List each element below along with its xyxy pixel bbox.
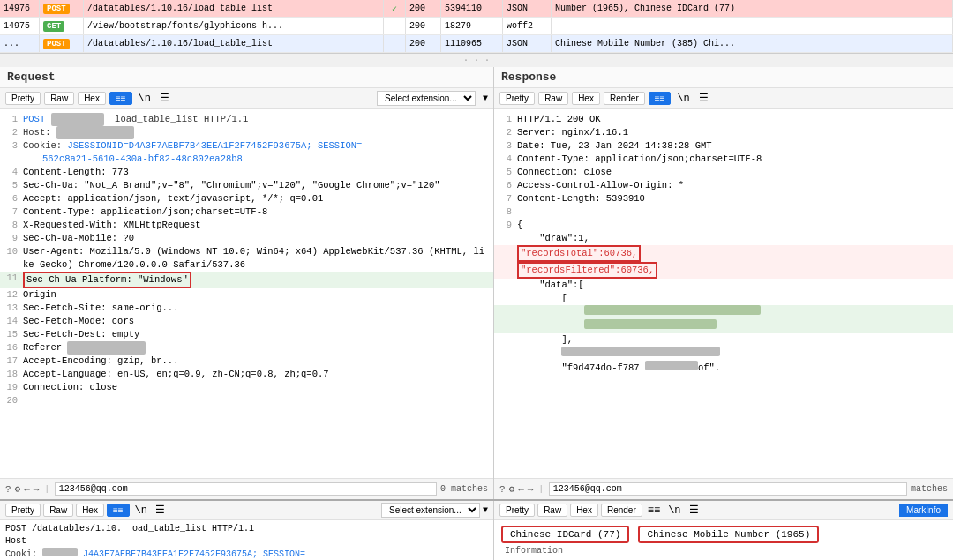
network-table: 14976 POST /datatables/1.10.16/load_tabl… [0, 0, 953, 54]
request-panel: Request Pretty Raw Hex ≡≡ \n ☰ Select ex… [0, 67, 494, 499]
row-method: POST [40, 35, 84, 52]
code-line: 5 Sec-Ch-Ua: "Not_A Brand";v="8", "Chrom… [0, 179, 493, 192]
row-url: /view/bootstrap/fonts/glyphicons-h... [84, 18, 384, 34]
bottom-request-code: POST /datatables/1.10. oad_table_list HT… [0, 520, 493, 560]
raw-btn[interactable]: Raw [44, 92, 74, 105]
resp-raw-btn[interactable]: Raw [538, 92, 568, 105]
resp-hex-btn[interactable]: Hex [572, 92, 600, 105]
row-method: GET [40, 18, 84, 34]
bottom-active-btn[interactable]: ≡≡ [107, 504, 130, 517]
response-search-input[interactable] [549, 482, 907, 496]
request-search-count: 0 matches [440, 484, 488, 494]
row-type: JSON [503, 0, 552, 17]
pretty-btn[interactable]: Pretty [5, 92, 41, 105]
bottom-resp-hex-btn[interactable]: Hex [570, 504, 598, 517]
select-extension[interactable]: Select extension... [377, 91, 476, 106]
resp-gear-icon[interactable]: ⚙ [509, 483, 515, 495]
request-search-input[interactable] [55, 482, 437, 496]
code-line: [ [494, 292, 953, 305]
divider: · · · [0, 54, 953, 67]
code-line: 7 Content-Length: 5393910 [494, 192, 953, 205]
code-line: 2 Server: nginx/1.16.1 [494, 126, 953, 139]
code-line: 2 Host: [0, 126, 493, 139]
bottom-dropdown-icon: ▼ [483, 505, 488, 515]
question-icon[interactable]: ? [5, 484, 11, 495]
bottom-panels: Pretty Raw Hex ≡≡ \n ☰ Select extension.… [0, 499, 953, 560]
network-row-14975[interactable]: 14975 GET /view/bootstrap/fonts/glyphico… [0, 18, 953, 35]
active-view-btn[interactable]: ≡≡ [109, 92, 132, 105]
chinese-mobile-tag[interactable]: Chinese Mobile Number (1965) [638, 526, 819, 543]
request-code-area: 1 POST load_table_list HTTP/1.1 2 Host: … [0, 109, 493, 478]
code-line: 17 Accept-Encoding: gzip, br... [0, 355, 493, 368]
arrow-left-icon[interactable]: ← [24, 484, 30, 495]
resp-active-view-btn[interactable]: ≡≡ [649, 92, 672, 105]
chinese-idcard-tag[interactable]: Chinese IDCard (77) [501, 526, 629, 543]
row-size: 1110965 [441, 35, 503, 52]
bottom-resp-pretty-btn[interactable]: Pretty [499, 504, 535, 517]
newline-icon: \n [136, 92, 154, 106]
separator2: | [538, 485, 543, 494]
row-size: 5394110 [441, 0, 503, 17]
row-info: Chinese Mobile Number (385) Chi... [552, 35, 953, 52]
markinfo-button[interactable]: MarkInfo [899, 504, 948, 517]
code-line: 14 Sec-Fetch-Mode: cors [0, 315, 493, 328]
row-check [384, 18, 406, 34]
bottom-hex-btn[interactable]: Hex [76, 504, 104, 517]
row-info: Number (1965), Chinese IDCard (77) [552, 0, 953, 17]
response-code-area: 1 HTTP/1.1 200 OK 2 Server: nginx/1.16.1… [494, 109, 953, 478]
request-toolbar: Pretty Raw Hex ≡≡ \n ☰ Select extension.… [0, 88, 493, 109]
code-line: 8 X-Requested-With: XMLHttpRequest [0, 219, 493, 232]
bottom-resp-icon2: \n [665, 504, 683, 518]
bottom-newline-icon: \n [132, 504, 150, 518]
bottom-request-panel: Pretty Raw Hex ≡≡ \n ☰ Select extension.… [0, 501, 494, 560]
resp-question-icon[interactable]: ? [499, 484, 506, 495]
code-line [494, 347, 953, 361]
row-status: 200 [406, 35, 441, 52]
code-line-records-filtered: "recordsFiltered":60736, [494, 262, 953, 279]
arrow-right-icon[interactable]: → [34, 484, 40, 495]
row-id: 14976 [0, 0, 40, 17]
response-search-count: matches [911, 484, 948, 494]
code-line: POST /datatables/1.10. oad_table_list HT… [5, 523, 488, 535]
code-line: ], [494, 333, 953, 347]
bottom-response-panel: Pretty Raw Hex Render ≡≡ \n ☰ MarkInfo C… [494, 501, 953, 560]
row-id: 14975 [0, 18, 40, 34]
network-row-14976[interactable]: 14976 POST /datatables/1.10.16/load_tabl… [0, 0, 953, 18]
hex-btn[interactable]: Hex [78, 92, 106, 105]
code-line: "data":[ [494, 279, 953, 292]
code-line: 12 Origin [0, 288, 493, 302]
gear-icon[interactable]: ⚙ [15, 483, 21, 495]
bottom-resp-render-btn[interactable]: Render [601, 504, 642, 517]
row-method: POST [40, 0, 84, 17]
resp-newline-icon: \n [674, 92, 692, 106]
network-row-extra[interactable]: ... POST /datatables/1.10.16/load_table_… [0, 35, 953, 53]
row-url: /datatables/1.10.16/load_table_list [84, 35, 384, 52]
menu-icon: ☰ [157, 91, 172, 106]
code-line: 6 Accept: application/json, text/javascr… [0, 192, 493, 205]
row-type: JSON [503, 35, 552, 52]
row-info [552, 18, 953, 34]
code-line: 1 HTTP/1.1 200 OK [494, 113, 953, 126]
request-search-bar: ? ⚙ ← → | 0 matches [0, 478, 493, 499]
response-search-bar: ? ⚙ ← → | matches [494, 478, 953, 499]
bottom-resp-icon1: ≡≡ [645, 504, 663, 518]
response-title: Response [494, 67, 953, 88]
row-type: woff2 [503, 18, 552, 34]
resp-menu-icon: ☰ [696, 91, 711, 106]
resp-arrow-right-icon[interactable]: → [528, 484, 534, 495]
code-line: 1 POST load_table_list HTTP/1.1 [0, 113, 493, 126]
bottom-raw-btn[interactable]: Raw [43, 504, 73, 517]
row-check: ✓ [384, 0, 406, 17]
bottom-menu-icon: ☰ [153, 503, 168, 518]
code-line [494, 319, 953, 333]
code-line-records-total: "recordsTotal":60736, [494, 245, 953, 262]
resp-render-btn[interactable]: Render [604, 92, 645, 105]
resp-pretty-btn[interactable]: Pretty [499, 92, 535, 105]
bottom-pretty-btn[interactable]: Pretty [5, 504, 41, 517]
code-line: 9 { [494, 219, 953, 232]
separator: | [44, 485, 49, 494]
bottom-select-extension[interactable]: Select extension... [381, 503, 480, 518]
row-id: ... [0, 35, 40, 52]
resp-arrow-left-icon[interactable]: ← [518, 484, 524, 495]
bottom-resp-raw-btn[interactable]: Raw [537, 504, 567, 517]
